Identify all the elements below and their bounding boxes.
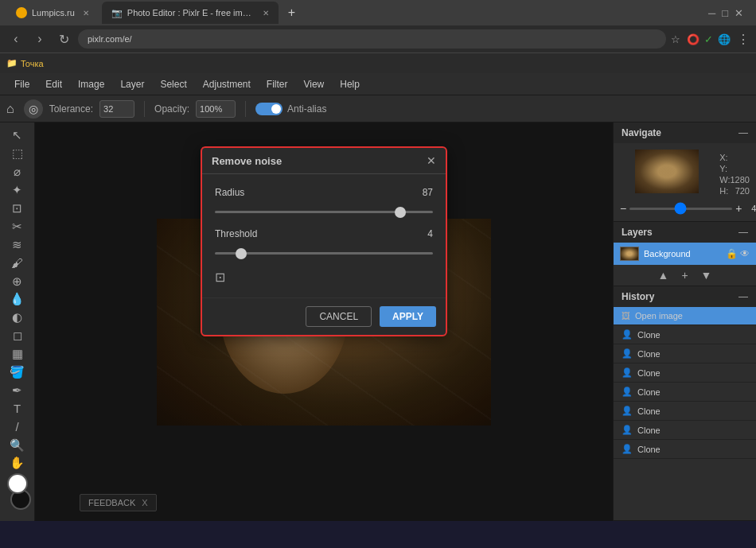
eraser-tool[interactable]: ◻ — [6, 328, 29, 344]
layer-item-background[interactable]: Background 🔒 👁 — [614, 243, 756, 265]
zoom-slider[interactable] — [629, 208, 732, 210]
bookmark-star-icon[interactable]: ☆ — [671, 33, 680, 45]
menu-dots-icon[interactable]: ⋮ — [737, 32, 750, 47]
extension-icon[interactable]: ⭕ — [687, 33, 699, 45]
history-item-0[interactable]: 🖼 Open image — [614, 307, 756, 325]
menu-adjustment[interactable]: Adjustment — [195, 76, 259, 93]
history-item-6[interactable]: 👤 Clone — [614, 421, 756, 440]
lasso-select-tool[interactable]: ◎ — [24, 99, 43, 119]
canvas-area[interactable]: FEEDBACK X Remove noise ✕ Radius — [35, 122, 613, 521]
menu-view[interactable]: View — [295, 76, 332, 93]
paint-bucket-tool[interactable]: 🪣 — [6, 364, 29, 381]
blur-tool[interactable]: 💧 — [6, 291, 29, 308]
selection-tool[interactable]: ⬚ — [6, 146, 29, 162]
healing-tool[interactable]: ≋ — [6, 236, 29, 253]
zoom-tool[interactable]: 🔍 — [6, 437, 29, 453]
layers-actions: ▲ + ▼ — [614, 265, 756, 286]
new-tab-button[interactable]: + — [282, 2, 302, 23]
back-button[interactable]: ‹ — [6, 29, 25, 49]
lock-icon[interactable]: 🔒 — [726, 248, 738, 259]
eyedropper-tool[interactable]: / — [6, 418, 29, 435]
threshold-value: 4 — [427, 228, 433, 239]
radius-row: Radius 87 — [215, 187, 433, 216]
browser-tab-2[interactable]: 📷 Photo Editor : Pixlr E - free imagi...… — [102, 2, 279, 24]
hand-tool[interactable]: ✋ — [6, 455, 29, 472]
navigate-preview — [635, 150, 699, 193]
navigate-h-row: H: 720 — [719, 186, 750, 196]
modal-close-button[interactable]: ✕ — [427, 154, 436, 167]
menu-image[interactable]: Image — [70, 76, 112, 93]
preview-icon[interactable]: ⊡ — [215, 270, 225, 285]
bookmark-item[interactable]: 📁 Точка — [6, 58, 44, 68]
history-item-icon-7: 👤 — [622, 444, 633, 454]
history-item-5[interactable]: 👤 Clone — [614, 402, 756, 421]
address-bar[interactable] — [78, 29, 666, 49]
navigate-header: Navigate — — [614, 122, 756, 143]
menu-filter[interactable]: Filter — [259, 76, 296, 93]
menu-edit[interactable]: Edit — [37, 76, 70, 93]
dodge-tool[interactable]: ◐ — [6, 309, 29, 326]
browser-tab-1[interactable]: Lumpics.ru ✕ — [6, 2, 99, 24]
refresh-button[interactable]: ↻ — [54, 29, 73, 49]
move-tool[interactable]: ↖ — [6, 127, 29, 144]
gradient-tool[interactable]: ▦ — [6, 346, 29, 363]
history-item-4[interactable]: 👤 Clone — [614, 383, 756, 402]
threshold-slider[interactable] — [215, 252, 433, 255]
anti-alias-toggle[interactable]: Anti-alias — [255, 103, 326, 115]
cancel-button[interactable]: CANCEL — [306, 306, 372, 327]
zoom-out-button[interactable]: − — [620, 202, 626, 215]
zoom-in-button[interactable]: + — [735, 202, 742, 215]
history-item-label-7: Clone — [637, 445, 661, 454]
maximize-button[interactable]: □ — [722, 7, 728, 19]
shield-icon[interactable]: ✓ — [704, 33, 713, 45]
modal-title-bar: Remove noise ✕ — [202, 148, 446, 174]
remove-noise-modal: Remove noise ✕ Radius 87 — [201, 146, 447, 336]
menu-select[interactable]: Select — [152, 76, 194, 93]
magic-wand-tool[interactable]: ✦ — [6, 182, 29, 199]
history-item-2[interactable]: 👤 Clone — [614, 344, 756, 363]
w-label: W: — [719, 175, 730, 185]
menu-help[interactable]: Help — [332, 76, 368, 93]
menu-layer[interactable]: Layer — [112, 76, 152, 93]
opacity-input[interactable] — [196, 100, 236, 118]
layers-collapse-button[interactable]: — — [738, 227, 748, 238]
modal-footer: CANCEL APPLY — [202, 297, 446, 335]
type-tool[interactable]: T — [6, 400, 29, 417]
modal-body: Radius 87 Threshold 4 — [202, 174, 446, 297]
tolerance-input[interactable] — [99, 100, 134, 118]
lasso-tool[interactable]: ⌀ — [6, 164, 29, 181]
move-layer-up-button[interactable]: ▲ — [658, 269, 669, 282]
history-item-3[interactable]: 👤 Clone — [614, 363, 756, 383]
close-window-button[interactable]: ✕ — [735, 7, 743, 19]
radius-slider[interactable] — [215, 211, 433, 213]
history-item-label-2: Clone — [637, 349, 661, 359]
tab-2-close[interactable]: ✕ — [263, 9, 269, 17]
foreground-color[interactable] — [7, 473, 28, 494]
tab-1-close[interactable]: ✕ — [83, 9, 89, 17]
history-collapse-button[interactable]: — — [738, 291, 748, 302]
pen-tool[interactable]: ✒ — [6, 382, 29, 398]
anti-alias-knob[interactable] — [255, 103, 283, 115]
move-layer-down-button[interactable]: ▼ — [701, 269, 712, 282]
clone-tool[interactable]: ⊕ — [6, 273, 29, 290]
history-item-icon-5: 👤 — [622, 406, 633, 416]
minimize-button[interactable]: ─ — [708, 7, 715, 19]
forward-button[interactable]: › — [30, 29, 49, 49]
apply-button[interactable]: APPLY — [380, 306, 436, 327]
home-icon[interactable]: ⌂ — [6, 102, 14, 116]
add-layer-button[interactable]: + — [681, 269, 688, 282]
history-item-1[interactable]: 👤 Clone — [614, 325, 756, 344]
navigate-collapse-button[interactable]: — — [738, 127, 748, 138]
menu-file[interactable]: File — [6, 76, 37, 93]
browser-chrome: Lumpics.ru ✕ 📷 Photo Editor : Pixlr E - … — [0, 0, 756, 73]
history-item-7[interactable]: 👤 Clone — [614, 440, 756, 459]
app-container: File Edit Image Layer Select Adjustment … — [0, 73, 756, 521]
opacity-label: Opacity: — [154, 103, 189, 115]
radius-label-row: Radius 87 — [215, 187, 433, 198]
visibility-icon[interactable]: 👁 — [740, 248, 750, 259]
crop-tool[interactable]: ⊡ — [6, 200, 29, 217]
scissors-tool[interactable]: ✂ — [6, 218, 29, 235]
vpn-icon[interactable]: 🌐 — [718, 33, 731, 45]
separator-1 — [144, 101, 145, 117]
brush-tool[interactable]: 🖌 — [6, 255, 29, 271]
